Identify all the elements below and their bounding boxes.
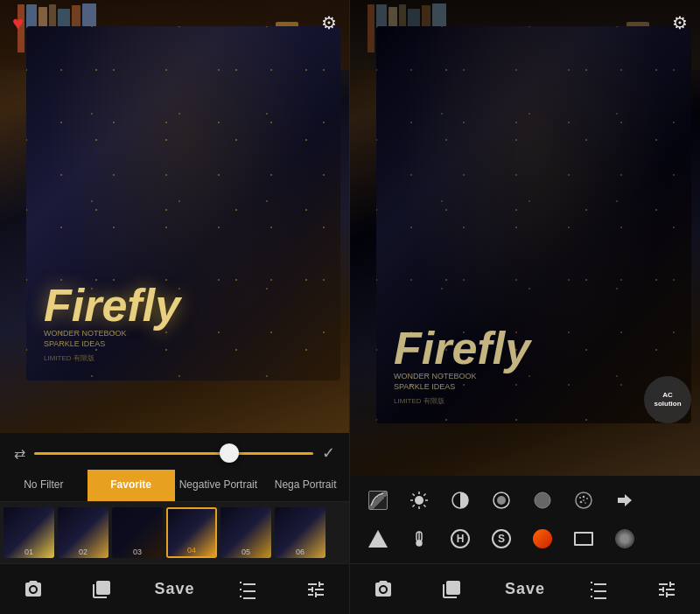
h-circle-icon: H xyxy=(451,529,470,548)
thumb-01[interactable]: 01 xyxy=(4,507,54,558)
book-number-right: LIMITED 有限版 xyxy=(394,396,444,406)
right-photo-area: Firefly WONDER NOTEBOOK SPARKLE IDEAS LI… xyxy=(350,0,700,476)
empty-tool-2 xyxy=(650,523,682,555)
svg-point-17 xyxy=(586,498,588,499)
gallery-button-left[interactable] xyxy=(86,574,117,605)
adjust-icons-area: H S xyxy=(350,476,700,563)
left-bottom-toolbar: Save xyxy=(0,563,349,614)
filter-tab-negative-portrait[interactable]: Negative Portrait xyxy=(175,470,262,501)
crop-tool[interactable] xyxy=(568,523,599,555)
temperature-tool[interactable] xyxy=(403,523,435,555)
camera-button-right[interactable] xyxy=(368,574,399,605)
camera-button-left[interactable] xyxy=(18,574,49,605)
book-subtitle-left: WONDER NOTEBOOK SPARKLE IDEAS xyxy=(44,328,127,350)
svg-point-13 xyxy=(535,492,550,508)
exposure-tool[interactable] xyxy=(527,485,558,516)
left-panel: Firefly WONDER NOTEBOOK SPARKLE IDEAS LI… xyxy=(0,0,350,614)
thumb-06[interactable]: 06 xyxy=(275,507,326,558)
svg-point-19 xyxy=(584,502,586,504)
thumb-05[interactable]: 05 xyxy=(220,507,271,558)
settings-icon-right[interactable]: ⚙ xyxy=(672,12,688,33)
curves-tool[interactable] xyxy=(362,485,394,516)
book-subtitle-right: WONDER NOTEBOOK SPARKLE IDEAS xyxy=(394,371,477,393)
heart-icon[interactable]: ♥ xyxy=(12,12,24,35)
slider-thumb[interactable] xyxy=(220,443,239,463)
svg-marker-21 xyxy=(618,494,632,506)
red-orange-tool[interactable] xyxy=(527,523,558,555)
filter-tab-no-filter[interactable]: No Filter xyxy=(0,470,88,501)
left-photo-area: Firefly WONDER NOTEBOOK SPARKLE IDEAS LI… xyxy=(0,0,349,433)
shuffle-icon[interactable]: ⇄ xyxy=(14,445,25,462)
svg-line-6 xyxy=(413,494,415,496)
svg-point-18 xyxy=(580,501,583,504)
settings-icon-left[interactable]: ⚙ xyxy=(321,12,337,33)
right-bottom-toolbar: Save xyxy=(350,563,700,614)
hdr-tool[interactable]: H xyxy=(444,523,476,555)
highlights-tool[interactable] xyxy=(362,523,394,555)
vignette-icon xyxy=(615,529,634,548)
svg-point-12 xyxy=(497,496,506,505)
gallery-button-right[interactable] xyxy=(436,574,467,605)
book-number-left: LIMITED 有限版 xyxy=(44,353,94,363)
selective-color-tool[interactable]: S xyxy=(486,523,517,555)
vignette-tool[interactable] xyxy=(609,523,640,555)
firefly-title-right: Firefly xyxy=(394,325,530,371)
svg-point-16 xyxy=(583,496,584,498)
thumbnails: 01 02 03 04 05 06 xyxy=(0,502,349,563)
slider-area: ⇄ ✓ xyxy=(0,433,349,470)
brightness-tool[interactable] xyxy=(403,485,435,516)
watermark-text: AC solution xyxy=(654,391,681,408)
book-cover-right: Firefly WONDER NOTEBOOK SPARKLE IDEAS LI… xyxy=(376,26,691,423)
slider-track[interactable] xyxy=(34,452,313,455)
s-circle-icon: S xyxy=(492,529,511,548)
thumb-04[interactable]: 04 xyxy=(166,507,217,558)
curves-icon xyxy=(368,491,388,510)
svg-line-9 xyxy=(413,505,415,506)
thumb-03[interactable]: 03 xyxy=(112,507,163,558)
filter-tabs: No Filter Favorite Negative Portrait Neg… xyxy=(0,470,349,502)
filter-tab-nega-portrait[interactable]: Nega Portrait xyxy=(262,470,349,501)
save-button-left[interactable]: Save xyxy=(154,580,194,598)
rect-icon xyxy=(574,532,593,546)
firefly-title-left: Firefly xyxy=(44,283,180,328)
empty-tool-1 xyxy=(650,485,682,516)
thumb-02[interactable]: 02 xyxy=(58,507,108,558)
grain-tool[interactable] xyxy=(568,485,599,516)
left-photo-bg: Firefly WONDER NOTEBOOK SPARKLE IDEAS LI… xyxy=(0,0,349,433)
svg-point-20 xyxy=(583,499,584,501)
svg-point-15 xyxy=(579,497,581,499)
watermark: AC solution xyxy=(644,376,691,423)
filter-button-right[interactable] xyxy=(583,574,614,605)
orange-red-icon xyxy=(533,529,552,548)
filter-button-left[interactable] xyxy=(232,574,263,605)
contrast-tool[interactable] xyxy=(444,485,476,516)
triangle-icon xyxy=(368,530,388,548)
svg-line-8 xyxy=(424,494,425,496)
save-button-right[interactable]: Save xyxy=(505,580,545,598)
right-panel: Firefly WONDER NOTEBOOK SPARKLE IDEAS LI… xyxy=(350,0,700,614)
svg-rect-0 xyxy=(369,492,385,507)
filter-tab-favorite[interactable]: Favorite xyxy=(88,470,175,501)
adjust-button-left[interactable] xyxy=(300,574,332,605)
svg-point-1 xyxy=(415,496,424,505)
book-cover-left: Firefly WONDER NOTEBOOK SPARKLE IDEAS LI… xyxy=(26,26,340,380)
half-tone-tool[interactable] xyxy=(486,485,517,516)
adjust-button-right[interactable] xyxy=(651,574,682,605)
check-icon[interactable]: ✓ xyxy=(322,443,335,463)
forward-tool[interactable] xyxy=(609,485,640,516)
svg-line-7 xyxy=(424,505,425,506)
